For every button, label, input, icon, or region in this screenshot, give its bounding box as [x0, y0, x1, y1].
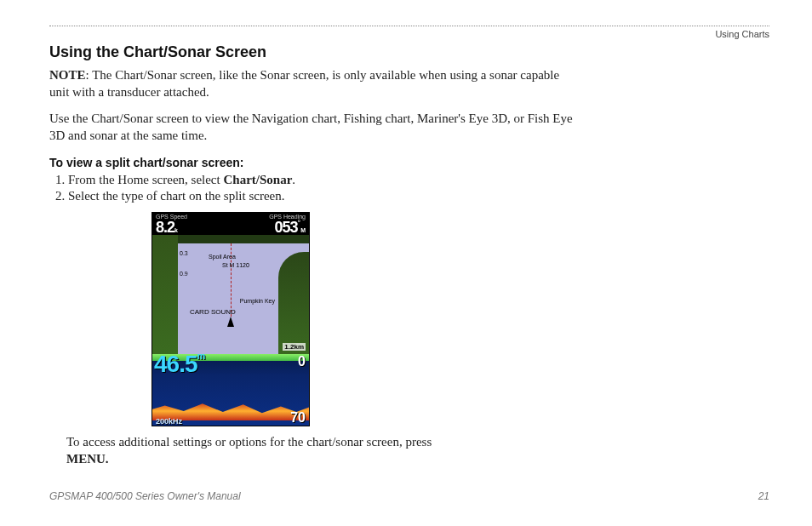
- caption-strong: MENU.: [66, 452, 109, 466]
- step-1-strong: Chart/Sonar: [223, 173, 292, 186]
- land-mass-left: [152, 235, 178, 354]
- figure: GPS Speed 8.2k GPS Heading 053°M 0.3 0.9…: [152, 212, 769, 426]
- sonar-depth-unit: m: [197, 354, 205, 361]
- manual-page: Using Charts Using the Chart/Sonar Scree…: [0, 0, 812, 526]
- sonar-depth-readout: 46.5m: [154, 354, 204, 378]
- sonar-depth-value: 46.5: [154, 354, 197, 377]
- step-1: From the Home screen, select Chart/Sonar…: [68, 173, 769, 187]
- gps-heading-unit: M: [300, 227, 306, 233]
- footer-page-number: 21: [758, 490, 769, 502]
- chart-label-spoil: Spoil Area: [209, 254, 236, 260]
- page-title: Using the Chart/Sonar Screen: [49, 43, 769, 61]
- sonar-frequency: 200kHz: [156, 417, 182, 426]
- intro-paragraph: Use the Chart/Sonar screen to view the N…: [49, 110, 577, 145]
- chart-scale: 1.2km: [283, 343, 306, 351]
- step-1-pre: From the Home screen, select: [68, 173, 223, 186]
- chart-pane: 0.3 0.9 Spoil Area St M 1120 Pumpkin Key…: [152, 235, 309, 354]
- depth-mark-09: 0.9: [180, 271, 188, 277]
- sonar-pane: 46.5m 0 70 200kHz: [152, 354, 309, 426]
- gps-speed-value: 8.2: [156, 219, 174, 236]
- step-2: Select the type of chart on the split sc…: [68, 189, 769, 203]
- footer-manual-title: GPSMAP 400/500 Series Owner's Manual: [49, 490, 241, 502]
- section-header: Using Charts: [715, 29, 769, 39]
- gps-speed-unit: k: [174, 227, 178, 233]
- gps-heading-block: GPS Heading 053°M: [269, 214, 306, 235]
- boat-icon: [227, 317, 234, 327]
- chart-label-cardsound: CARD SOUND: [190, 308, 236, 316]
- chart-label-pumpkin: Pumpkin Key: [240, 298, 275, 304]
- gps-heading-value: 053: [275, 219, 298, 236]
- chart-label-stm: St M 1120: [222, 262, 249, 268]
- procedure-steps: From the Home screen, select Chart/Sonar…: [49, 173, 769, 203]
- note-text: : The Chart/Sonar screen, like the Sonar…: [49, 68, 559, 99]
- device-screenshot: GPS Speed 8.2k GPS Heading 053°M 0.3 0.9…: [152, 212, 310, 426]
- gps-speed-block: GPS Speed 8.2k: [156, 214, 187, 235]
- note-label: NOTE: [49, 68, 86, 82]
- note-paragraph: NOTE: The Chart/Sonar screen, like the S…: [49, 66, 577, 101]
- land-mass-right: [278, 252, 309, 354]
- sonar-scale-top: 0: [298, 354, 306, 369]
- sonar-scale-bottom: 70: [290, 410, 306, 426]
- step-1-post: .: [292, 173, 295, 186]
- device-status-bar: GPS Speed 8.2k GPS Heading 053°M: [152, 213, 309, 235]
- procedure-heading: To view a split chart/sonar screen:: [49, 156, 769, 169]
- page-footer: GPSMAP 400/500 Series Owner's Manual 21: [49, 490, 769, 502]
- figure-caption: To access additional settings or options…: [66, 433, 594, 468]
- top-rule: [49, 26, 769, 26]
- depth-mark-03: 0.3: [180, 250, 188, 256]
- caption-pre: To access additional settings or options…: [66, 435, 432, 449]
